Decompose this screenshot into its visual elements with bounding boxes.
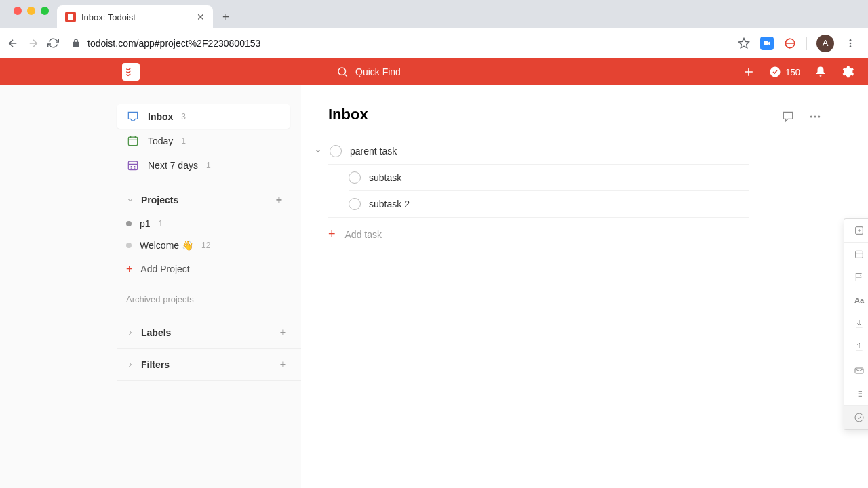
- calendar-icon: [126, 159, 140, 172]
- project-item[interactable]: Welcome 👋 12: [117, 235, 301, 256]
- menu-calendar[interactable]: Project calendar feed: [844, 382, 868, 405]
- menu-sort-date[interactable]: Sort by date: [844, 243, 868, 266]
- task-name: parent task: [350, 146, 397, 157]
- nav-label: Inbox: [148, 111, 173, 122]
- svg-point-2: [850, 42, 852, 44]
- extension-icon[interactable]: [783, 37, 797, 50]
- browser-chrome: Inbox: Todoist ✕ + todoist.com/app#proje…: [0, 0, 868, 58]
- task-name: subtask: [369, 172, 401, 183]
- quick-find-label: Quick Find: [355, 66, 401, 77]
- forward-button[interactable]: [27, 37, 39, 49]
- page-title: Inbox: [328, 106, 749, 123]
- svg-point-9: [814, 116, 816, 118]
- browser-tab[interactable]: Inbox: Todoist ✕: [57, 5, 213, 28]
- quick-find[interactable]: Quick Find: [336, 66, 401, 78]
- maximize-window-icon[interactable]: [41, 7, 49, 15]
- nav-count: 3: [181, 112, 186, 121]
- reload-button[interactable]: [47, 37, 59, 49]
- task-checkbox[interactable]: [330, 145, 342, 157]
- filters-section-header[interactable]: Filters +: [117, 349, 301, 380]
- nav-label: Today: [148, 136, 173, 146]
- chevron-down-icon[interactable]: [315, 148, 321, 155]
- comments-button[interactable]: [781, 110, 795, 123]
- flag-icon: [854, 272, 865, 283]
- project-count: 1: [159, 219, 163, 228]
- toolbar-icons: A: [737, 35, 861, 52]
- close-tab-icon[interactable]: ✕: [197, 12, 205, 22]
- tab-strip: Inbox: Todoist ✕ +: [0, 0, 868, 28]
- more-options-button[interactable]: [808, 110, 822, 123]
- chevron-right-icon: [126, 329, 134, 337]
- projects-label: Projects: [141, 195, 178, 205]
- calendar-icon: [854, 249, 865, 260]
- task-row[interactable]: subtask 2: [328, 191, 749, 217]
- add-task-button[interactable]: + Add task: [328, 218, 749, 251]
- karma-icon: [769, 66, 781, 78]
- add-project-label: Add Project: [140, 264, 189, 274]
- tab-favicon-icon: [65, 12, 76, 22]
- menu-sort-name[interactable]: Aa Sort by name: [844, 289, 868, 312]
- projects-section-header[interactable]: Projects +: [117, 187, 297, 213]
- add-project-button[interactable]: + Add Project: [117, 256, 301, 282]
- close-window-icon[interactable]: [14, 7, 22, 15]
- todoist-logo-icon[interactable]: [122, 63, 140, 81]
- check-circle-icon: [854, 412, 865, 423]
- sidebar-item-today[interactable]: Today 1: [117, 129, 290, 153]
- profile-avatar[interactable]: A: [816, 35, 834, 52]
- text-icon: Aa: [854, 295, 865, 306]
- app-body: Inbox 3 Today 1 Next 7 days 1 Projects: [0, 85, 868, 488]
- svg-rect-12: [856, 251, 863, 258]
- task-row[interactable]: parent task: [328, 138, 749, 164]
- window-controls[interactable]: [5, 7, 57, 22]
- notifications-button[interactable]: [814, 65, 827, 79]
- labels-section-header[interactable]: Labels +: [117, 317, 301, 348]
- filters-label: Filters: [141, 359, 170, 370]
- project-dot-icon: [126, 221, 132, 226]
- svg-rect-6: [128, 137, 137, 146]
- back-button[interactable]: [7, 37, 19, 49]
- browser-menu-icon[interactable]: [844, 37, 857, 50]
- project-item[interactable]: p1 1: [117, 213, 301, 235]
- sidebar-item-next7[interactable]: Next 7 days 1: [117, 153, 290, 178]
- new-tab-button[interactable]: +: [213, 10, 239, 28]
- bookmark-star-icon[interactable]: [737, 37, 751, 50]
- sidebar-item-inbox[interactable]: Inbox 3: [117, 104, 290, 129]
- menu-email[interactable]: Email tasks to this project: [844, 359, 868, 382]
- project-dot-icon: [126, 243, 132, 248]
- main-content: Inbox parent task subtask: [301, 85, 868, 488]
- separator: [806, 37, 807, 50]
- chevron-down-icon: [126, 196, 134, 204]
- add-button[interactable]: [742, 65, 755, 79]
- add-label-icon[interactable]: +: [275, 327, 292, 339]
- menu-export[interactable]: Export as a template: [844, 336, 868, 359]
- svg-point-4: [338, 68, 346, 75]
- svg-rect-13: [855, 368, 863, 373]
- karma-button[interactable]: 150: [769, 66, 800, 78]
- archived-projects-link[interactable]: Archived projects: [117, 282, 301, 317]
- add-project-icon[interactable]: +: [271, 194, 288, 206]
- menu-import[interactable]: Import from template: [844, 312, 868, 336]
- project-options-menu: Add section Sort by date Sort by priorit…: [844, 218, 868, 430]
- download-icon: [854, 319, 865, 329]
- menu-show-completed[interactable]: Show completed tasks: [844, 406, 868, 429]
- svg-point-3: [850, 45, 852, 47]
- sidebar: Inbox 3 Today 1 Next 7 days 1 Projects: [0, 85, 301, 488]
- add-section-icon: [854, 225, 865, 236]
- menu-add-section[interactable]: Add section: [844, 219, 868, 242]
- menu-sort-priority[interactable]: Sort by priority: [844, 266, 868, 289]
- task-checkbox[interactable]: [349, 171, 361, 184]
- add-filter-icon[interactable]: +: [275, 359, 292, 371]
- settings-button[interactable]: [841, 65, 854, 79]
- minimize-window-icon[interactable]: [27, 7, 35, 15]
- header-actions: 150: [742, 65, 854, 79]
- app-header: Quick Find 150: [0, 58, 868, 85]
- svg-point-8: [810, 116, 812, 118]
- task-row[interactable]: subtask: [328, 165, 749, 190]
- url-bar[interactable]: todoist.com/app#project%2F2230800153: [67, 33, 729, 54]
- task-checkbox[interactable]: [349, 198, 361, 210]
- inbox-icon: [126, 110, 140, 123]
- zoom-extension-icon[interactable]: [760, 37, 774, 50]
- labels-label: Labels: [141, 327, 171, 338]
- karma-count: 150: [785, 67, 800, 77]
- project-name: p1: [140, 218, 151, 229]
